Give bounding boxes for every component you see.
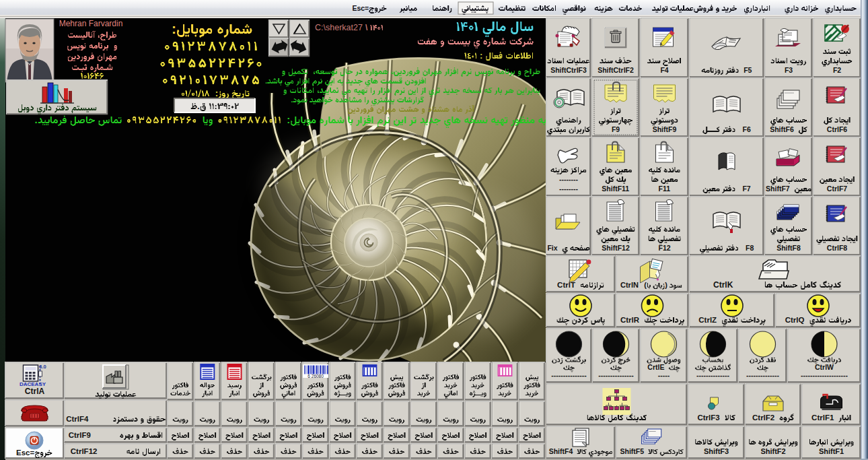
svg-text:6 26080: 6 26080 <box>308 374 324 379</box>
svg-text:Mehran Farvardin: Mehran Farvardin <box>59 19 123 28</box>
svg-text:C:\sherkat27: C:\sherkat27 <box>315 23 363 32</box>
svg-text:6.0: 6.0 <box>39 364 46 370</box>
svg-text:DACEASY: DACEASY <box>20 381 46 387</box>
